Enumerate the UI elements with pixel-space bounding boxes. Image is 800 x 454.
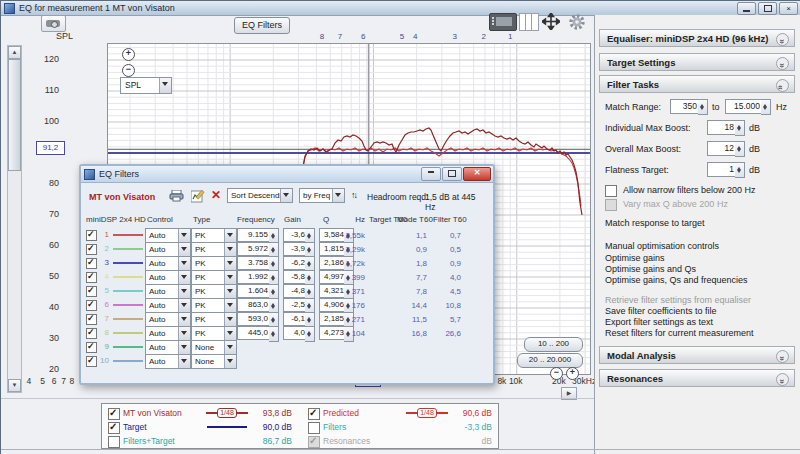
dialog-minimize-button[interactable] [421,167,441,181]
match-range-to-spinner[interactable] [761,99,771,115]
measure-actions-icon[interactable] [191,190,205,203]
graph-layout-icon[interactable] [489,13,517,31]
filter-enabled-checkbox[interactable] [86,258,97,269]
panel-resonances[interactable]: Resonances [599,369,795,387]
vertical-scrollbar[interactable]: ▲ ▼ [7,45,22,393]
trace-checkbox[interactable] [108,408,120,420]
chevron-down-icon[interactable] [776,373,789,386]
panel-columns-icon[interactable] [519,13,539,31]
zoom-out-icon[interactable]: − [122,64,135,77]
control-dropdown[interactable]: Auto [145,326,191,341]
filter-enabled-checkbox[interactable] [86,314,97,325]
match-response-action[interactable]: Match response to target [605,218,705,228]
individual-max-boost-field[interactable]: 18 [707,120,737,135]
frequency-field[interactable]: 5.972 [237,242,271,256]
control-dropdown[interactable]: Auto [145,284,191,299]
zoom-in-icon[interactable]: + [122,48,135,61]
smoothing-badge[interactable]: 1/48 [204,408,250,418]
range-20-20000-button[interactable]: 20 .. 20.000 [517,353,583,368]
control-dropdown[interactable]: Auto [145,256,191,271]
filter-enabled-checkbox[interactable] [86,286,97,297]
print-icon[interactable] [169,190,184,202]
control-dropdown[interactable]: Auto [145,228,191,243]
filter-enabled-checkbox[interactable] [86,356,97,367]
type-dropdown[interactable]: PK [191,298,237,313]
trace-checkbox[interactable] [108,436,120,448]
type-dropdown[interactable]: PK [191,242,237,257]
type-dropdown[interactable]: PK [191,284,237,299]
match-range-from-spinner[interactable] [698,99,708,115]
chevron-up-icon[interactable] [776,79,789,92]
control-dropdown[interactable]: Auto [145,340,191,355]
match-range-from-field[interactable]: 350 [670,99,700,114]
frequency-field[interactable]: 593,0 [237,312,271,326]
chevron-down-icon[interactable] [776,57,789,70]
panel-equaliser[interactable]: Equaliser: miniDSP 2x4 HD (96 kHz) [599,29,795,47]
filter-enabled-checkbox[interactable] [86,342,97,353]
control-dropdown[interactable]: Auto [145,270,191,285]
window-titlebar[interactable]: EQ for measurement 1 MT von Visaton × [1,1,800,16]
x-zoom-out-icon[interactable]: − [550,367,563,380]
close-button[interactable]: × [779,2,798,15]
axis-selector-dropdown[interactable]: SPL [120,77,172,94]
range-10-200-button[interactable]: 10 .. 200 [524,337,583,352]
flatness-target-field[interactable]: 1 [707,162,737,177]
filter-enabled-checkbox[interactable] [86,328,97,339]
optimise-gains-action[interactable]: Optimise gains [605,253,665,263]
reset-filters-action[interactable]: Reset filters for current measurement [605,328,754,338]
control-dropdown[interactable]: Auto [145,354,191,369]
control-dropdown[interactable]: Auto [145,242,191,257]
panel-filter-tasks[interactable]: Filter Tasks [599,75,795,93]
frequency-field[interactable]: 1.604 [237,284,271,298]
sort-by-dropdown[interactable]: by Freq [299,188,345,203]
delete-filters-icon[interactable]: ✕ [211,189,221,201]
dialog-titlebar[interactable]: EQ Filters ✕ [81,166,493,183]
optimise-gains-qs-action[interactable]: Optimise gains and Qs [605,264,696,274]
match-range-to-field[interactable]: 15.000 [725,99,763,114]
x-zoom-in-icon[interactable]: + [566,367,579,380]
optimise-gains-qs-freqs-action[interactable]: Optimise gains, Qs and frequencies [605,275,748,285]
reorder-filters-icon[interactable]: ↑↓ [351,190,356,200]
individual-max-boost-spinner[interactable] [735,120,745,136]
export-filter-settings-action[interactable]: Export filter settings as text [605,317,713,327]
panel-modal-analysis[interactable]: Modal Analysis [599,346,795,364]
scroll-down-icon[interactable]: ▼ [8,379,21,392]
capture-graph-button[interactable] [41,15,66,32]
type-dropdown[interactable]: PK [191,270,237,285]
chevron-down-icon[interactable] [776,350,789,363]
maximize-button[interactable] [758,2,777,15]
chevron-down-icon[interactable] [776,33,789,46]
gear-icon[interactable] [568,13,586,31]
flatness-target-spinner[interactable] [735,162,745,178]
frequency-field[interactable]: 863,0 [237,298,271,312]
type-dropdown[interactable]: None [191,354,237,369]
overall-max-boost-spinner[interactable] [735,141,745,157]
scrollbar-thumb[interactable] [8,59,21,171]
filter-enabled-checkbox[interactable] [86,244,97,255]
type-dropdown[interactable]: PK [191,326,237,341]
control-dropdown[interactable]: Auto [145,298,191,313]
filter-enabled-checkbox[interactable] [86,272,97,283]
frequency-field[interactable]: 9.155 [237,228,271,242]
sort-dropdown[interactable]: Sort Descending [227,188,293,203]
frequency-field[interactable]: 1.992 [237,270,271,284]
type-dropdown[interactable]: PK [191,312,237,327]
frequency-field[interactable]: 3.758 [237,256,271,270]
trace-checkbox[interactable] [108,422,120,434]
control-dropdown[interactable]: Auto [145,312,191,327]
minimize-button[interactable] [737,2,756,15]
scroll-up-icon[interactable]: ▲ [8,46,21,59]
frequency-field[interactable]: 445,0 [237,326,271,340]
dialog-maximize-button[interactable] [442,167,462,181]
move-arrows-icon[interactable] [542,13,560,30]
type-dropdown[interactable]: PK [191,256,237,271]
allow-narrow-checkbox[interactable] [605,185,617,197]
filter-enabled-checkbox[interactable] [86,230,97,241]
trace-checkbox[interactable] [308,408,320,420]
overall-max-boost-field[interactable]: 12 [707,141,737,156]
trace-checkbox[interactable] [308,422,320,434]
save-filter-coefficients-action[interactable]: Save filter coefficients to file [605,306,716,316]
eq-filters-button[interactable]: EQ Filters [234,17,290,34]
type-dropdown[interactable]: None [191,340,237,355]
filter-enabled-checkbox[interactable] [86,300,97,311]
